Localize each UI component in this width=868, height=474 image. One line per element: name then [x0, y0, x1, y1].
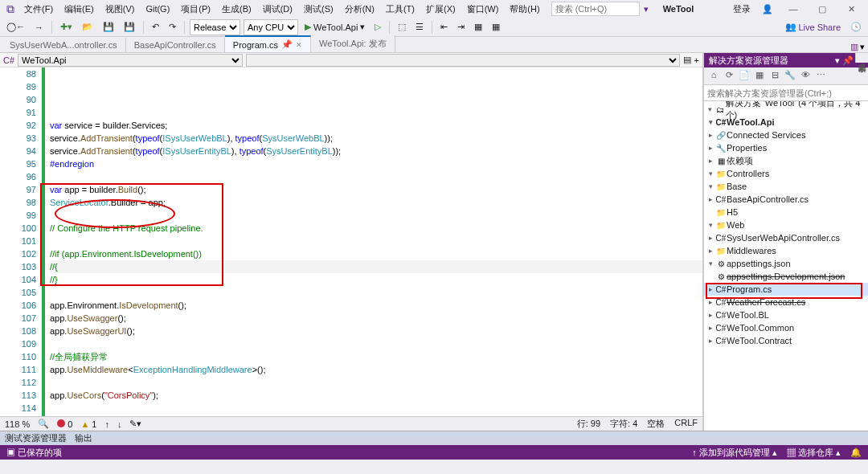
code-line[interactable]: //if (app.Environment.IsDevelopment()) [50, 247, 702, 260]
code-line[interactable] [50, 402, 702, 415]
code-line[interactable]: var service = builder.Services; [50, 119, 702, 132]
expand-icon[interactable]: ▸ [706, 131, 715, 139]
expand-icon[interactable]: ▸ [706, 324, 715, 332]
code-editor[interactable]: 8889909192939495969798991001011021031041… [0, 67, 702, 416]
code-line[interactable]: app.Environment.IsDevelopment(); [50, 299, 702, 312]
code-line[interactable]: //} [50, 273, 702, 286]
tree-node[interactable]: ▸C#WeatherForecast.cs [704, 296, 868, 309]
window-close-icon[interactable]: ✕ [837, 0, 865, 18]
code-line[interactable] [50, 286, 702, 299]
nav-up-icon[interactable]: ↑ [104, 419, 109, 429]
col-indicator[interactable]: 字符: 4 [610, 418, 637, 430]
tab-sysuserweb[interactable]: SysUserWebA...ontroller.cs [2, 38, 126, 52]
save-all-icon[interactable]: 💾 [121, 20, 138, 34]
misc-icon-1[interactable]: ⬚ [395, 20, 409, 34]
tree-node[interactable]: ▾📁Web [704, 219, 868, 231]
expand-icon[interactable]: ▾ [706, 259, 715, 268]
code-line[interactable]: app.UseAuthentication();//在前 鉴权 [50, 415, 702, 416]
code-line[interactable] [50, 376, 702, 389]
code-line[interactable]: app.UseSwaggerUI(); [50, 325, 702, 337]
expand-icon[interactable]: ▸ [706, 234, 715, 242]
menu-build[interactable]: 生成(B) [217, 2, 256, 17]
collapse-icon[interactable]: ⊟ [768, 70, 781, 83]
indent-in-icon[interactable]: ⇥ [454, 20, 468, 34]
tab-publish[interactable]: WeTool.Api: 发布 [311, 35, 395, 52]
warning-count[interactable]: ▲ 1 [80, 419, 96, 429]
solution-tree[interactable]: ▾🗂解决方案 'WeTool' (4 个项目，共 4 个) ▾C#WeTool.… [704, 101, 868, 431]
close-tab-icon[interactable]: ✕ [296, 41, 302, 49]
tree-node[interactable]: 📁H5 [704, 206, 868, 219]
code-line[interactable] [50, 209, 702, 222]
menu-project[interactable]: 项目(P) [176, 2, 215, 17]
uncomment-icon[interactable]: ▦ [489, 20, 503, 34]
expand-icon[interactable]: ▾ [706, 170, 715, 178]
pin-icon[interactable]: 📌 [281, 39, 293, 50]
add-source-control[interactable]: ↑ 添加到源代码管理 ▴ [692, 447, 777, 459]
back-button[interactable]: ◯← [3, 20, 28, 34]
expand-icon[interactable]: ▸ [706, 247, 715, 255]
comment-icon[interactable]: ▦ [471, 20, 485, 34]
tree-node[interactable]: ▸C#SysUserWebApiController.cs [704, 231, 868, 244]
new-item-icon[interactable]: ✚▾ [57, 20, 76, 34]
tree-node[interactable]: ▸🔧Properties [704, 141, 868, 154]
add-editor-icon[interactable]: + [694, 55, 699, 65]
code-line[interactable]: app.UseMiddleware<ExceptionHandlingMiddl… [50, 363, 702, 376]
save-icon[interactable]: 💾 [100, 20, 117, 34]
pin-panel-icon[interactable]: ▾ 📌 [835, 55, 854, 65]
menu-tools[interactable]: 工具(T) [381, 2, 420, 17]
run-without-debug-icon[interactable]: ▷ [371, 20, 384, 34]
liveshare-button[interactable]: 👥 Live Share [782, 20, 844, 34]
code-line[interactable] [50, 235, 702, 247]
login-link[interactable]: 登录 [728, 2, 755, 17]
window-minimize-icon[interactable]: — [780, 0, 807, 18]
tree-node[interactable]: ▸C#BaseApiController.cs [704, 193, 868, 206]
code-line[interactable] [50, 337, 702, 350]
show-all-icon[interactable]: ▦ [753, 70, 766, 83]
view-icon[interactable]: 👁 [799, 70, 812, 83]
expand-icon[interactable]: ▸ [706, 337, 715, 345]
notify-icon[interactable]: 🕓 [847, 20, 865, 34]
zoom-level[interactable]: 118 % [5, 419, 30, 429]
window-maximize-icon[interactable]: ▢ [809, 0, 836, 18]
tool-test-explorer[interactable]: 测试资源管理器 [5, 432, 67, 444]
zoom-icon[interactable]: 🔍 [38, 419, 49, 429]
menu-file[interactable]: 文件(F) [19, 2, 58, 17]
menu-analyze[interactable]: 分析(N) [340, 2, 379, 17]
brush-icon[interactable]: ✎▾ [129, 419, 141, 429]
code-line[interactable] [50, 170, 702, 183]
menu-window[interactable]: 窗口(W) [462, 2, 504, 17]
global-search-input[interactable] [551, 2, 640, 16]
menu-debug[interactable]: 调试(D) [258, 2, 297, 17]
search-dropdown-icon[interactable]: ▾ [644, 4, 649, 14]
config-select[interactable]: Release [190, 19, 240, 35]
history-icon[interactable]: ⟳ [723, 70, 735, 83]
solution-search-input[interactable] [704, 85, 868, 100]
code-line[interactable]: app.UseSwagger(); [50, 312, 702, 325]
error-count[interactable]: 0 [57, 419, 72, 429]
properties-icon[interactable]: 🔧 [784, 70, 796, 83]
code-line[interactable]: //全局捕获异常 [50, 350, 702, 363]
code-line[interactable]: #endregion [50, 157, 702, 170]
expand-icon[interactable]: ▾ [706, 182, 715, 190]
code-line[interactable]: app.UseCors("CorsPolicy"); [50, 389, 702, 402]
expand-icon[interactable]: ▸ [706, 311, 715, 319]
tree-node[interactable]: ▸▦依赖项 [704, 154, 868, 167]
code-line[interactable]: service.AddTransient(typeof(ISysUserEnti… [50, 145, 702, 157]
run-button[interactable]: ▶WeTool.Api▾ [301, 20, 368, 34]
more-icon[interactable]: ⋯ [814, 70, 827, 83]
code-line[interactable]: //{ [50, 260, 702, 273]
indent-out-icon[interactable]: ⇤ [437, 20, 451, 34]
line-indicator[interactable]: 行: 99 [577, 418, 600, 430]
tree-node[interactable]: ▸📁Middlewares [704, 244, 868, 257]
expand-icon[interactable]: ▸ [706, 285, 715, 293]
menu-edit[interactable]: 编辑(E) [59, 2, 99, 17]
code-line[interactable]: // Configure the HTTP request pipeline. [50, 222, 702, 235]
redo-icon[interactable]: ↷ [166, 20, 179, 34]
misc-icon-2[interactable]: ☰ [412, 20, 427, 34]
tree-node[interactable]: ⚙appsettings.Development.json [704, 270, 868, 283]
tree-node[interactable]: ▸C#WeTool.Contract [704, 334, 868, 347]
notify-bell-icon[interactable]: 🔔 [850, 447, 862, 458]
user-icon[interactable]: 👤 [757, 2, 778, 16]
tree-node[interactable]: ▸C#WeTool.BL [704, 309, 868, 321]
open-icon[interactable]: 📂 [79, 20, 96, 34]
